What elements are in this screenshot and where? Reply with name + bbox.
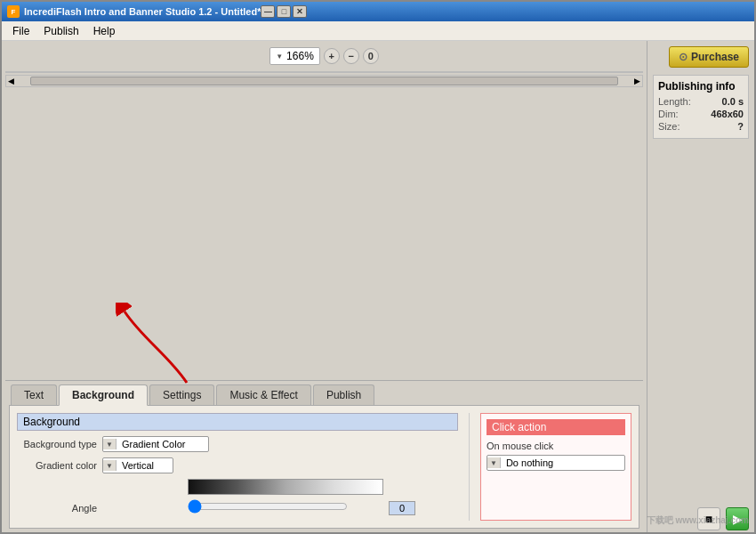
zoom-reset-button[interactable]: 0 [363, 48, 379, 64]
menu-help[interactable]: Help [86, 23, 123, 39]
bg-type-row: Background type Gradient Color [17, 436, 458, 452]
hscroll-left[interactable]: ◀ [6, 77, 16, 85]
pub-dim-row: Dim: 468x60 [658, 109, 744, 119]
on-mouse-click-label: On mouse click [487, 441, 625, 451]
zoom-plus-button[interactable]: + [324, 48, 340, 64]
hscroll-thumb[interactable] [30, 77, 618, 85]
tabs-panel: Text Background Settings Music & Effect … [5, 380, 643, 532]
menubar: File Publish Help [2, 21, 754, 41]
titlebar: F IncrediFlash Intro and Banner Studio 1… [2, 2, 754, 21]
canvas-area[interactable]: Skip下载 吧 Text + ▲ ▼ [5, 71, 643, 73]
click-action-value: Do nothing [506, 457, 553, 468]
bg-type-dropdown[interactable]: Gradient Color [102, 436, 209, 452]
menu-publish[interactable]: Publish [36, 23, 85, 39]
purchase-button[interactable]: Purchase [669, 46, 749, 68]
tab-settings[interactable]: Settings [149, 384, 214, 405]
color-gradient-strip[interactable] [188, 479, 383, 495]
angle-row: Angle [17, 500, 458, 515]
tab-content: Background Background type Gradient Colo… [9, 405, 639, 529]
watermark: 下载吧 www.xiazhaj.com [647, 514, 749, 527]
purchase-label: Purchase [691, 51, 739, 63]
minimize-button[interactable]: — [261, 5, 275, 18]
click-action-header: Click action [487, 419, 625, 435]
app-icon: F [7, 5, 20, 18]
tab-publish[interactable]: Publish [313, 384, 374, 405]
angle-slider-container [188, 500, 383, 515]
gradient-direction-value: Vertical [122, 460, 154, 471]
pub-size-key: Size: [658, 121, 680, 132]
divider [469, 413, 470, 521]
tab-text[interactable]: Text [11, 384, 57, 405]
angle-slider[interactable] [188, 500, 348, 513]
titlebar-title: IncrediFlash Intro and Banner Studio 1.2… [24, 6, 261, 17]
gradient-direction-dropdown[interactable]: Vertical [102, 457, 173, 473]
maximize-button[interactable]: □ [277, 5, 291, 18]
pub-length-val: 0.0 s [722, 96, 744, 107]
click-action-dropdown[interactable]: Do nothing [487, 455, 625, 471]
pub-dim-key: Dim: [658, 109, 679, 119]
angle-label: Angle [17, 503, 97, 514]
window-controls: — □ ✕ [261, 5, 307, 18]
horizontal-scrollbar[interactable]: ◀ ▶ [5, 75, 643, 87]
background-settings: Background Background type Gradient Colo… [17, 413, 458, 521]
left-panel: 166% + − 0 Skip下载 吧 Text + [2, 41, 647, 534]
bg-type-label: Background type [17, 439, 97, 449]
zoom-value: 166% [286, 50, 314, 62]
zoom-bar: 166% + − 0 [5, 44, 643, 68]
pub-info-title: Publishing info [658, 80, 744, 93]
gradient-color-row: Gradient color Vertical [17, 457, 458, 473]
click-action-panel: Click action On mouse click Do nothing [480, 413, 631, 521]
hscroll-right[interactable]: ▶ [632, 77, 642, 85]
background-section-header: Background [17, 413, 458, 431]
pub-dim-val: 468x60 [711, 109, 744, 119]
close-button[interactable]: ✕ [293, 5, 307, 18]
main-container: 166% + − 0 Skip下载 吧 Text + [2, 41, 754, 534]
bg-type-value: Gradient Color [122, 439, 186, 449]
tab-music-effect[interactable]: Music & Effect [216, 384, 310, 405]
tabs-row: Text Background Settings Music & Effect … [5, 381, 643, 405]
menu-file[interactable]: File [5, 23, 36, 39]
color-strip-row [17, 479, 458, 495]
right-panel: Purchase Publishing info Length: 0.0 s D… [647, 41, 754, 534]
angle-value-input[interactable] [389, 501, 415, 515]
publishing-info-box: Publishing info Length: 0.0 s Dim: 468x6… [653, 75, 749, 139]
pub-length-key: Length: [658, 96, 691, 107]
zoom-dropdown[interactable]: 166% [269, 47, 320, 65]
tab-background[interactable]: Background [59, 384, 148, 406]
gradient-color-label: Gradient color [17, 460, 97, 471]
pub-size-row: Size: ? [658, 121, 744, 132]
zoom-minus-button[interactable]: − [343, 48, 359, 64]
scroll-up-button[interactable]: ▲ [631, 72, 643, 73]
pub-size-val: ? [737, 121, 744, 132]
pub-length-row: Length: 0.0 s [658, 96, 744, 107]
canvas-wrap: Skip下载 吧 Text + ▲ ▼ [5, 69, 643, 378]
